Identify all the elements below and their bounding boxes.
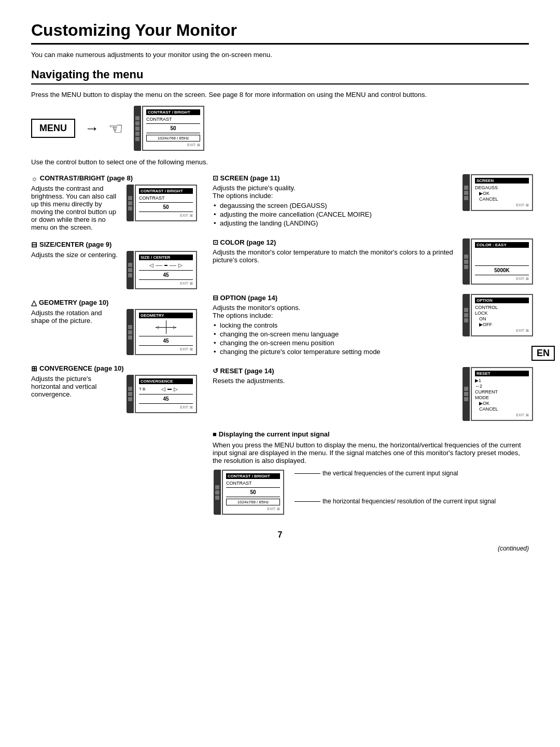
side-btn-2 — [135, 121, 139, 125]
sc-left-arrow: ◁ — [149, 262, 153, 268]
geo-side-btn-3 — [128, 335, 132, 340]
contrast-bright-header: ☼ CONTRAST/BRIGHT (page 8) — [31, 174, 197, 182]
conv-screen-exit: EXIT: ⊠ — [139, 405, 193, 410]
cb-screen-label: CONTRAST — [139, 195, 193, 201]
color-text: Adjusts the monitor's color temperature … — [213, 248, 455, 264]
sc-dash2: ── — [170, 263, 176, 268]
cb-side-btn-1 — [128, 196, 132, 200]
freq-screen-freq: 1024x768 / 85Hz — [226, 499, 280, 505]
col-screen-body: COLOR : EASY 5000K EXIT: ⊠ — [471, 238, 533, 285]
option-mockup: OPTION CONTROL LOCK ON ▶OFF EXIT: ⊠ — [461, 294, 529, 336]
side-btn-5 — [135, 137, 139, 141]
side-btn-4 — [135, 132, 139, 136]
conv-screen-header: CONVERGENCE — [139, 378, 193, 384]
conv-side-btn-1 — [128, 387, 132, 391]
scr-side-btn-3 — [464, 196, 468, 200]
contrast-bright-title: CONTRAST/BRIGHT (page 8) — [40, 174, 133, 182]
geo-screen-exit: EXIT: ⊠ — [139, 347, 193, 351]
opt-on: ON — [475, 316, 529, 321]
reset-content: ↺ RESET (page 14) Resets the adjustments… — [213, 367, 455, 385]
cb-screen-value: 50 — [139, 204, 193, 210]
main-content: ☼ CONTRAST/BRIGHT (page 8) Adjusts the c… — [31, 174, 529, 515]
opt-lock: LOCK — [475, 311, 529, 316]
reset-header: ↺ RESET (page 14) — [213, 367, 455, 375]
sc-right-arrow: ▷ — [178, 262, 183, 268]
geo-v-line — [166, 320, 166, 334]
geo-side-btn-2 — [128, 330, 132, 334]
use-text: Use the control button to select one of … — [31, 158, 529, 166]
option-bullet-1: locking the controls — [213, 321, 455, 329]
scr-cancel: CANCEL — [475, 196, 529, 202]
menu-screen-header: CONTRAST / BRIGHT — [146, 109, 200, 115]
rst-ok: ▶OK — [475, 401, 529, 406]
menu-label: MENU — [31, 119, 75, 138]
size-center-header: ⊟ SIZE/CENTER (page 9) — [31, 241, 197, 249]
convergence-section: ⊞ CONVERGENCE (page 10) Adjusts the pict… — [31, 364, 197, 413]
convergence-text: Adjusts the picture's horizontal and ver… — [31, 375, 119, 398]
sc-screen-exit: EXIT: ⊠ — [139, 281, 193, 286]
geo-right-arr: ▷ — [173, 325, 176, 330]
size-center-title: SIZE/CENTER (page 9) — [39, 241, 111, 248]
nav-section-title: Navigating the menu — [31, 68, 529, 84]
freq-labels: the vertical frequencies of the current … — [295, 470, 496, 505]
hand-icon: ☜ — [108, 119, 123, 138]
color-content: ⊡ COLOR (page 12) Adjusts the monitor's … — [213, 238, 455, 264]
displaying-section: ■ Displaying the current input signal Wh… — [213, 430, 529, 515]
screen-bullet-3: adjusting the landing (LANDING) — [213, 219, 455, 227]
freq-side-btn-1 — [215, 485, 219, 489]
color-mockup: COLOR : EASY 5000K EXIT: ⊠ — [461, 238, 529, 285]
rst-cancel: CANCEL — [475, 406, 529, 412]
scr-side-btn-1 — [464, 186, 468, 190]
geometry-icon: △ — [31, 299, 37, 307]
screen-header: ⊡ SCREEN (page 11) — [213, 174, 455, 182]
menu-screen-freq: 1024x768 / 85Hz — [146, 135, 200, 142]
conv-screen-body: CONVERGENCE T B ◁ ▷ 45 — [135, 375, 197, 413]
contrast-bright-icon: ☼ — [31, 174, 38, 182]
contrast-bright-section: ☼ CONTRAST/BRIGHT (page 8) Adjusts the c… — [31, 174, 197, 231]
contrast-bright-text: Adjusts the contrast and brightness. You… — [31, 185, 119, 231]
screen-section: ⊡ SCREEN (page 11) Adjusts the picture's… — [213, 174, 529, 229]
rst-screen-header: RESET — [475, 371, 529, 376]
sc-side-btn-3 — [128, 273, 132, 277]
size-center-body: Adjusts the size or centering. SIZE / CE… — [31, 251, 197, 289]
col-screen-exit: EXIT: ⊠ — [475, 277, 529, 281]
nav-intro: Press the MENU button to display the men… — [31, 91, 529, 98]
col-screen-header: COLOR : EASY — [475, 242, 529, 248]
sc-screen-body: SIZE / CENTER ◁ ── ── ▷ 45 EXIT: ⊠ — [135, 251, 197, 289]
geo-cross: ◁ ▷ — [156, 320, 176, 334]
conv-arrows: T B ◁ ▷ — [139, 386, 193, 392]
geometry-screen: GEOMETRY ◁ ▷ 45 EXIT: ⊠ — [135, 309, 197, 355]
rst-screen-body: RESET ▶1 ↔2 CURRENT MODE ▶OK CANCEL EXIT… — [471, 367, 533, 421]
convergence-header: ⊞ CONVERGENCE (page 10) — [31, 364, 197, 373]
continued-text: (continued) — [31, 545, 529, 552]
size-center-screen: SIZE / CENTER ◁ ── ── ▷ 45 EXIT: ⊠ — [135, 251, 197, 289]
en-badge-container: EN — [531, 346, 555, 361]
screen-screen-container: SCREEN DEGAUSS ▶OK CANCEL EXIT: ⊠ — [471, 174, 533, 211]
conv-screen-value: 45 — [139, 396, 193, 402]
col-side-btn-1 — [464, 255, 468, 259]
contrast-bright-body: Adjusts the contrast and brightness. You… — [31, 185, 197, 231]
menu-screen-value: 50 — [146, 125, 200, 131]
opt-control: CONTROL — [475, 305, 529, 310]
contrast-bright-screen: CONTRAST / BRIGHT CONTRAST 50 EXIT: ⊠ — [135, 185, 197, 221]
freq-contrast-label: CONTRAST — [226, 481, 280, 486]
freq-label-h-line — [295, 501, 320, 502]
convergence-icon: ⊞ — [31, 364, 37, 373]
freq-label-v-text: the vertical frequencies of the current … — [323, 470, 458, 477]
menu-screen-body: CONTRAST / BRIGHT CONTRAST 50 1024x768 /… — [142, 106, 204, 151]
rst-current: CURRENT — [475, 389, 529, 394]
color-section: ⊡ COLOR (page 12) Adjusts the monitor's … — [213, 238, 529, 285]
right-column: ⊡ SCREEN (page 11) Adjusts the picture's… — [213, 174, 529, 515]
conv-side-btn-3 — [128, 397, 132, 401]
menu-mockup: CONTRAST / BRIGHT CONTRAST 50 1024x768 /… — [142, 106, 204, 151]
freq-label-v-item: the vertical frequencies of the current … — [295, 470, 496, 477]
freq-side-btn-2 — [215, 490, 219, 495]
sc-side-btn-1 — [128, 263, 132, 267]
screen-bullets: degaussing the screen (DEGAUSS) adjustin… — [213, 202, 455, 227]
option-bullet-4: changing the picture's color temperature… — [213, 348, 455, 356]
rst-screen-container: RESET ▶1 ↔2 CURRENT MODE ▶OK CANCEL EXIT… — [471, 367, 533, 421]
conv-side-btn-2 — [128, 392, 132, 396]
size-center-icon: ⊟ — [31, 241, 37, 249]
scr-screen-exit: EXIT: ⊠ — [475, 203, 529, 207]
geo-left-arr: ◁ — [156, 325, 159, 330]
